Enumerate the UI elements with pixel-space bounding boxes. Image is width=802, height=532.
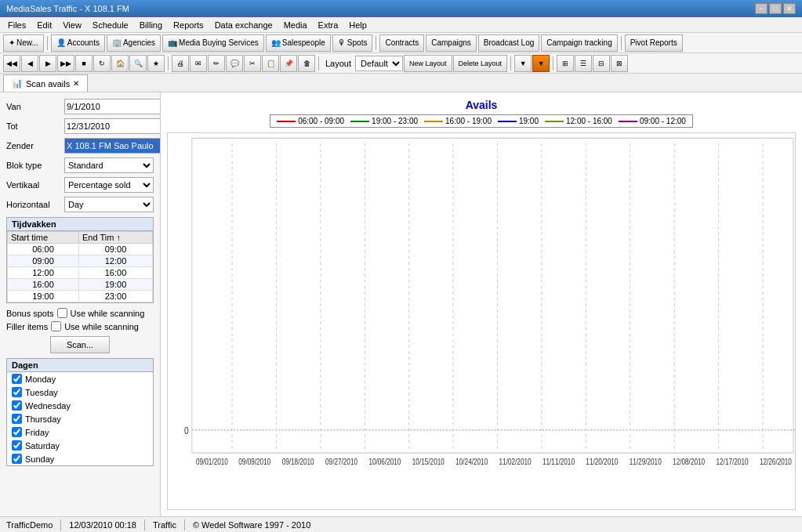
van-row: Van ▼: [6, 99, 154, 114]
new-layout-button[interactable]: New Layout: [404, 55, 452, 72]
pivot-reports-button[interactable]: Pivot Reports: [625, 34, 683, 52]
detail-view-button[interactable]: ⊟: [593, 55, 610, 72]
end-time-cell: 16:00: [79, 267, 153, 279]
cut-button[interactable]: ✂: [244, 55, 261, 72]
spots-button[interactable]: 🎙 Spots: [332, 34, 373, 52]
list-item: Tuesday: [7, 385, 153, 399]
list-view-button[interactable]: ☰: [575, 55, 592, 72]
app-title: MediaSales Traffic - X 108.1 FM: [6, 4, 129, 13]
day-label: Friday: [25, 428, 49, 437]
van-input[interactable]: [64, 99, 161, 114]
filler-items-check-label: Use while scanning: [64, 322, 139, 331]
close-button[interactable]: ✕: [783, 3, 796, 14]
mail-button[interactable]: ✉: [190, 55, 207, 72]
menu-data-exchange[interactable]: Data exchange: [210, 20, 278, 31]
accounts-icon: 👤: [56, 38, 66, 47]
menu-files[interactable]: Files: [3, 20, 31, 31]
home-button[interactable]: 🏠: [111, 55, 129, 72]
search-button[interactable]: 🔍: [129, 55, 147, 72]
filter-active-button[interactable]: ▼: [532, 55, 550, 72]
nav-stop-button[interactable]: ■: [75, 55, 93, 72]
new-button[interactable]: ✦ New...: [3, 34, 44, 52]
print-button[interactable]: 🖨: [172, 55, 189, 72]
media-buying-button[interactable]: 📺 Media Buying Services: [162, 34, 264, 52]
menu-view[interactable]: View: [58, 20, 86, 31]
day-checkbox[interactable]: [12, 427, 22, 437]
discuss-btn[interactable]: 💬: [226, 55, 243, 72]
blok-type-select[interactable]: Standard: [64, 157, 154, 173]
legend-line-3: [424, 121, 443, 122]
legend-line-1: [277, 121, 296, 122]
accounts-button[interactable]: 👤 Accounts: [51, 34, 105, 52]
campaigns-button[interactable]: Campaigns: [426, 34, 477, 52]
zender-input[interactable]: [64, 138, 161, 154]
start-time-header: Start time: [8, 232, 79, 244]
tab-icon: 📊: [12, 78, 23, 89]
maximize-button[interactable]: □: [769, 3, 782, 14]
day-checkbox[interactable]: [12, 400, 22, 411]
filler-items-label: Filler items: [6, 322, 48, 331]
scan-avails-tab[interactable]: 📊 Scan avails ✕: [3, 74, 88, 92]
delete-layout-button[interactable]: Delete Layout: [453, 55, 508, 72]
copy-button[interactable]: 📋: [262, 55, 279, 72]
filter-button[interactable]: ▼: [514, 55, 532, 72]
tot-input[interactable]: [64, 118, 161, 134]
table-row: 19:0023:00: [8, 291, 153, 302]
group-view-button[interactable]: ⊠: [611, 55, 628, 72]
legend-item-2: 19:00 - 23:00: [350, 117, 418, 125]
edit-btn[interactable]: ✏: [208, 55, 225, 72]
menu-media[interactable]: Media: [279, 20, 312, 31]
svg-text:11/20/2010: 11/20/2010: [586, 458, 618, 466]
day-checkbox[interactable]: [12, 454, 22, 464]
tab-label: Scan avails: [26, 79, 70, 89]
day-label: Saturday: [25, 441, 60, 451]
nav-prev-button[interactable]: ◀: [21, 55, 38, 72]
day-checkbox[interactable]: [12, 414, 22, 424]
favorites-button[interactable]: ★: [147, 55, 165, 72]
menu-help[interactable]: Help: [344, 20, 372, 31]
new-icon: ✦: [9, 38, 15, 47]
chart-svg: 0 09/01/2010 09/09/2010 09/18/2010: [168, 133, 795, 509]
menu-billing[interactable]: Billing: [135, 20, 167, 31]
menu-extra[interactable]: Extra: [314, 20, 343, 31]
list-item: Friday: [7, 425, 153, 439]
day-checkbox[interactable]: [12, 440, 22, 451]
start-time-cell: 06:00: [8, 244, 79, 255]
menu-schedule[interactable]: Schedule: [88, 20, 133, 31]
main-toolbar: ✦ New... 👤 Accounts 🏢 Agencies 📺 Media B…: [0, 33, 802, 53]
contracts-button[interactable]: Contracts: [379, 34, 424, 52]
grid-view-button[interactable]: ⊞: [557, 55, 574, 72]
bonus-spots-checkbox[interactable]: [57, 308, 67, 318]
menu-reports[interactable]: Reports: [169, 20, 209, 31]
status-sep3: [184, 519, 185, 530]
status-bar: TrafficDemo 12/03/2010 00:18 Traffic © W…: [0, 516, 802, 532]
list-item: Saturday: [7, 439, 153, 452]
salespeople-button[interactable]: 👥 Salespeople: [266, 34, 331, 52]
day-label: Monday: [25, 375, 56, 384]
day-checkbox[interactable]: [12, 387, 22, 397]
day-checkbox[interactable]: [12, 374, 22, 384]
status-datetime: 12/03/2010 00:18: [69, 520, 136, 530]
legend-label-4: 19:00: [519, 117, 539, 125]
paste-button[interactable]: 📌: [280, 55, 297, 72]
agencies-button[interactable]: 🏢 Agencies: [107, 34, 161, 52]
nav-refresh-button[interactable]: ↻: [93, 55, 111, 72]
start-time-cell: 12:00: [8, 267, 79, 279]
nav-back-button[interactable]: ◀◀: [3, 55, 20, 72]
nav-next-button[interactable]: ▶: [39, 55, 56, 72]
minimize-button[interactable]: −: [755, 3, 768, 14]
menu-edit[interactable]: Edit: [32, 20, 56, 31]
broadcast-log-button[interactable]: Broadcast Log: [478, 34, 540, 52]
horizontaal-select[interactable]: Day: [64, 197, 154, 212]
vertikaal-select[interactable]: Percentage sold: [64, 177, 154, 193]
campaign-tracking-button[interactable]: Campaign tracking: [541, 34, 617, 52]
filler-items-checkbox[interactable]: [51, 321, 61, 331]
scan-button[interactable]: Scan...: [50, 336, 110, 353]
svg-text:09/18/2010: 09/18/2010: [282, 458, 314, 466]
tab-close-icon[interactable]: ✕: [73, 79, 79, 88]
svg-text:09/09/2010: 09/09/2010: [238, 458, 270, 466]
delete-btn[interactable]: 🗑: [298, 55, 315, 72]
nav-forward-button[interactable]: ▶▶: [57, 55, 74, 72]
list-item: Thursday: [7, 412, 153, 425]
layout-select[interactable]: Default: [355, 56, 403, 71]
